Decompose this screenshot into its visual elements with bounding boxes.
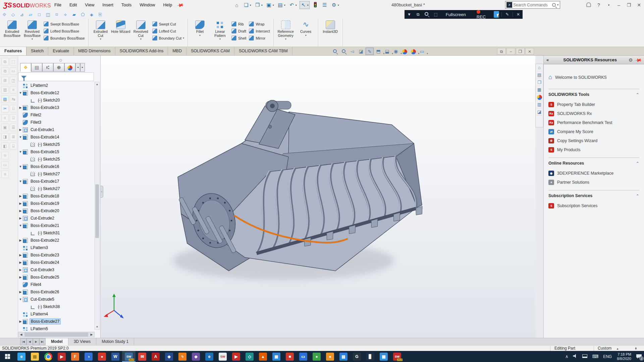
small-toolbar-icon-2[interactable]: ◇: [9, 11, 17, 18]
help-dropdown-icon[interactable]: ▾: [604, 0, 614, 10]
taskbar-app-youtube[interactable]: ▶: [229, 351, 243, 362]
expand-open-icon[interactable]: ▼: [18, 224, 23, 227]
tab-solidworks-cam-tbm[interactable]: SOLIDWORKS CAM TBM: [234, 47, 292, 55]
left-toolbar-icon[interactable]: ◧: [1, 142, 9, 150]
tree-vertical-scrollbar[interactable]: ▲ ▼: [95, 82, 100, 330]
taskbar-app-tiles-app[interactable]: ▦: [377, 351, 390, 362]
taskbar-app-app-orange[interactable]: ●: [323, 351, 337, 362]
taskbar-app-app-purple[interactable]: ◈: [189, 351, 203, 362]
tab-mbd-dimensions[interactable]: MBD Dimensions: [74, 47, 115, 55]
dimxpertmanager-tab[interactable]: ⊕: [53, 63, 64, 72]
expand-closed-icon[interactable]: ▶: [18, 261, 23, 264]
taskbar-app-internet-explorer[interactable]: e: [15, 351, 28, 362]
print-button[interactable]: ▤▾: [277, 1, 286, 9]
menu-view[interactable]: View: [81, 0, 98, 10]
appearances-icon[interactable]: [536, 94, 543, 101]
view-settings-icon[interactable]: ▭▾: [418, 48, 426, 55]
tree-horizontal-scrollbar[interactable]: ◀ ▶: [18, 332, 95, 337]
left-toolbar-icon[interactable]: ⧉: [1, 67, 9, 75]
recorder-close-icon[interactable]: ✕: [517, 12, 520, 17]
tree-item[interactable]: ▼Boss-Extrude16: [18, 163, 95, 170]
revolve-boss-button[interactable]: Revolved Boss/Base▾: [22, 20, 42, 41]
taskbar-app-app-teal[interactable]: ◇: [243, 351, 256, 362]
taskbar-app-solidworks-red[interactable]: SW2019: [390, 351, 404, 362]
volume-icon[interactable]: [573, 354, 578, 359]
left-toolbar-icon[interactable]: ⧉: [1, 58, 9, 65]
undo-button[interactable]: ↶▾: [288, 1, 298, 9]
filter-funnel-icon[interactable]: [21, 76, 26, 79]
search-scope-icon[interactable]: >: [506, 2, 512, 8]
taskbar-app-mail[interactable]: ✉: [136, 351, 149, 362]
panel-handle[interactable]: [59, 59, 62, 62]
expand-closed-icon[interactable]: ▶: [18, 239, 23, 242]
left-toolbar-icon[interactable]: ≡: [1, 171, 9, 178]
user-account-icon[interactable]: [584, 0, 594, 10]
extrude-boss-button[interactable]: Extruded Boss/Base: [2, 20, 22, 38]
small-toolbar-icon-11[interactable]: ◈: [88, 11, 95, 18]
taskbar-app-edge[interactable]: e: [203, 351, 216, 362]
lofted-cut-button[interactable]: Lofted Cut: [152, 27, 184, 35]
taskbar-app-app-red-tile[interactable]: ■: [283, 351, 297, 362]
small-toolbar-icon-9[interactable]: ▰: [70, 11, 78, 18]
left-toolbar-icon[interactable]: ≣: [10, 133, 17, 140]
expand-closed-icon[interactable]: ▶: [18, 253, 23, 257]
menu-edit[interactable]: Edit: [65, 0, 81, 10]
pin-panel-icon[interactable]: 📌: [634, 56, 642, 64]
home-tab-icon[interactable]: ⌂: [536, 64, 543, 71]
tab-features[interactable]: Features: [0, 47, 26, 55]
status-tag-icon[interactable]: ⬧: [635, 346, 637, 351]
tab-nav-4[interactable]: ▶|: [39, 338, 46, 345]
options-list-button[interactable]: ☰: [321, 1, 328, 9]
rebuild-button[interactable]: [312, 1, 319, 9]
tab-nav-2[interactable]: ◀: [26, 338, 33, 345]
notification-center-icon[interactable]: 2: [634, 351, 644, 362]
small-toolbar-icon-6[interactable]: ◫: [44, 11, 52, 18]
restore-button[interactable]: ❐: [624, 0, 634, 10]
recorder-pointer-button[interactable]: [494, 11, 499, 18]
zoom-to-area-icon[interactable]: [339, 48, 347, 55]
taskbar-app-flash[interactable]: ϟ: [176, 351, 189, 362]
scroll-thumb[interactable]: [95, 184, 99, 238]
scroll-up-icon[interactable]: ▲: [95, 82, 99, 87]
small-toolbar-icon-3[interactable]: ⊿: [18, 11, 25, 18]
tree-item[interactable]: ▶Boss-Extrude13: [18, 104, 95, 111]
left-toolbar-icon[interactable]: ⊞: [1, 77, 9, 84]
intersect-button[interactable]: Intersect: [249, 27, 270, 35]
expand-closed-icon[interactable]: ▶: [18, 290, 23, 294]
menu-help[interactable]: Help: [159, 0, 176, 10]
taskbar-app-messenger[interactable]: ◑: [82, 351, 95, 362]
expand-open-icon[interactable]: ▼: [18, 135, 23, 139]
hide-show-items-icon[interactable]: ◉▾: [392, 48, 400, 55]
small-toolbar-icon-8[interactable]: ⟡: [62, 11, 69, 18]
edit-appearance-icon[interactable]: [400, 48, 409, 55]
doc-tab-3d-views[interactable]: 3D Views: [68, 338, 96, 345]
taskbar-app-photos[interactable]: ▧: [337, 351, 350, 362]
network-icon[interactable]: [582, 354, 587, 359]
status-units-selector[interactable]: Custom▲: [598, 346, 619, 351]
tree-item[interactable]: ▶Boss-Extrude26: [18, 288, 95, 296]
scroll-down-icon[interactable]: ▼: [95, 325, 99, 329]
select-tool-button[interactable]: ↖▾: [300, 1, 310, 9]
tree-item[interactable]: ▼Boss-Extrude14: [18, 133, 95, 141]
tree-item[interactable]: ▼Boss-Extrude15: [18, 148, 95, 156]
tab-nav-1[interactable]: |◀: [20, 338, 26, 345]
taskbar-app-app-green[interactable]: ●: [310, 351, 323, 362]
expand-closed-icon[interactable]: ▶: [18, 217, 23, 220]
small-toolbar-icon-12[interactable]: ⎘: [97, 11, 104, 18]
recorder-region-icon[interactable]: ⬚: [434, 12, 437, 17]
hole-wizard-button[interactable]: Hole Wizard: [111, 20, 130, 34]
featuremanager-tab[interactable]: ❖: [20, 63, 31, 72]
tabs-scroll-right-icon[interactable]: ▸: [80, 63, 85, 72]
task-pane-link[interactable]: ⚙Copy Settings Wizard: [548, 136, 639, 145]
tab-evaluate[interactable]: Evaluate: [48, 47, 74, 55]
tab-sketch[interactable]: Sketch: [26, 47, 48, 55]
section-view-icon[interactable]: ◪: [357, 48, 365, 55]
menu-insert[interactable]: Insert: [98, 0, 117, 10]
tree-item[interactable]: ▼Boss-Extrude21: [18, 222, 95, 229]
tree-item[interactable]: LPattern2: [18, 82, 95, 89]
task-pane-link[interactable]: ⇄Compare My Score: [548, 127, 639, 136]
task-pane-link[interactable]: ◉3DEXPERIENCE Marketplace: [548, 169, 639, 178]
linear-pattern-button[interactable]: Linear Pattern▾: [210, 20, 230, 41]
small-toolbar-icon-7[interactable]: ⌑: [53, 11, 60, 18]
tree-item[interactable]: Fillet2: [18, 111, 95, 119]
